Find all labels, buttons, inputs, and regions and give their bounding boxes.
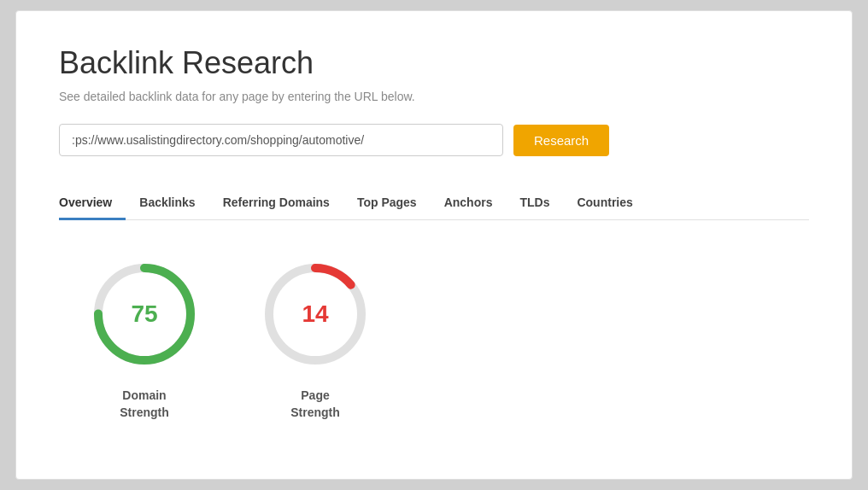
- domain-strength-metric: 75 DomainStrength: [85, 254, 204, 421]
- research-button[interactable]: Research: [513, 125, 609, 156]
- tab-anchors[interactable]: Anchors: [431, 187, 507, 220]
- domain-strength-value: 75: [131, 300, 157, 328]
- tab-countries[interactable]: Countries: [563, 187, 646, 220]
- page-strength-gauge: 14: [255, 254, 375, 374]
- main-card: Backlink Research See detailed backlink …: [15, 10, 853, 480]
- page-subtitle: See detailed backlink data for any page …: [59, 90, 809, 103]
- search-row: Research: [59, 124, 809, 156]
- url-input[interactable]: [59, 124, 503, 156]
- tabs-nav: Overview Backlinks Referring Domains Top…: [59, 187, 809, 220]
- tab-tlds[interactable]: TLDs: [506, 187, 563, 220]
- page-strength-label: PageStrength: [290, 388, 340, 421]
- page-title: Backlink Research: [59, 45, 809, 81]
- tab-backlinks[interactable]: Backlinks: [126, 187, 208, 220]
- domain-strength-label: DomainStrength: [120, 388, 169, 421]
- domain-strength-gauge: 75: [85, 254, 204, 374]
- metrics-row: 75 DomainStrength 14 PageStrength: [59, 254, 809, 421]
- page-strength-value: 14: [302, 300, 328, 328]
- page-strength-metric: 14 PageStrength: [255, 254, 375, 421]
- tab-top-pages[interactable]: Top Pages: [343, 187, 431, 220]
- tab-overview[interactable]: Overview: [59, 187, 126, 220]
- tab-referring-domains[interactable]: Referring Domains: [209, 187, 343, 220]
